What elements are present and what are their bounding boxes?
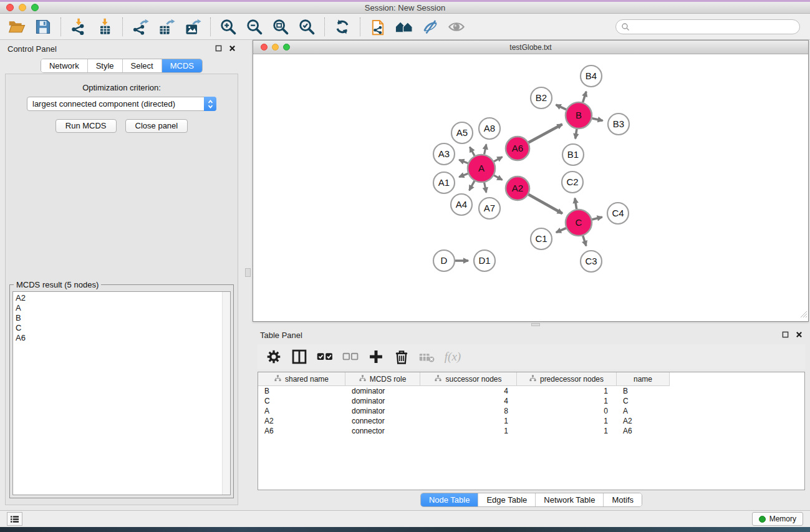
column-header-successor-nodes[interactable]: successor nodes [420,372,517,386]
graph-node-A4[interactable]: A4 [451,194,472,215]
table-row[interactable]: A2connector11A2 [258,416,804,426]
graph-node-C3[interactable]: C3 [581,251,602,272]
tab-network-table[interactable]: Network Table [535,493,603,506]
run-mcds-button[interactable]: Run MCDS [55,119,117,133]
tab-network[interactable]: Network [41,59,87,72]
graph-node-C2[interactable]: C2 [562,172,583,193]
graph-edge-C-C4[interactable] [592,217,602,220]
tab-edge-table[interactable]: Edge Table [478,493,535,506]
graph-node-A8[interactable]: A8 [479,118,500,139]
graph-node-B[interactable]: B [566,102,592,128]
zoom-selected-icon[interactable] [295,16,319,37]
close-panel-icon[interactable] [229,43,236,54]
graph-edge-A2-C[interactable] [528,195,562,214]
splitter-grip[interactable] [531,323,540,326]
zoom-fit-icon[interactable] [269,16,292,37]
graph-edge-A-A4[interactable] [470,181,475,190]
close-panel-icon[interactable] [796,329,803,341]
graph-node-B1[interactable]: B1 [562,144,584,165]
graph-node-D[interactable]: D [433,250,455,271]
graph-node-B4[interactable]: B4 [581,65,602,87]
graph-edge-A-A7[interactable] [485,183,486,193]
mcds-result-item[interactable]: B [13,313,230,323]
column-header-name[interactable]: name [617,372,670,386]
hide-details-icon[interactable] [418,16,442,37]
graph-edge-A-A8[interactable] [485,144,486,154]
graph-edge-C-C2[interactable] [575,198,577,210]
refresh-layout-icon[interactable] [330,16,354,37]
graph-node-C1[interactable]: C1 [531,228,552,249]
import-network-icon[interactable] [67,16,90,37]
tab-node-table[interactable]: Node Table [421,493,478,506]
minimize-button[interactable] [272,44,279,51]
graph-edge-A-A5[interactable] [470,147,475,156]
zoom-button[interactable] [283,44,290,51]
graph-node-D1[interactable]: D1 [474,250,495,271]
network-annotation-icon[interactable] [366,16,390,37]
column-header-mcds-role[interactable]: MCDS role [345,372,420,386]
criterion-select[interactable]: largest connected component (directed) [27,97,216,111]
settings-gear-icon[interactable] [265,348,282,365]
graph-node-A6[interactable]: A6 [506,137,529,160]
graph-edge-B-B2[interactable] [556,105,567,110]
graph-edge-A6-B[interactable] [529,124,562,142]
column-header-predecessor-nodes[interactable]: predecessor nodes [517,372,617,386]
table-row[interactable]: A6connector11A6 [258,426,804,436]
column-header-shared-name[interactable]: shared name [258,372,345,386]
tab-select[interactable]: Select [122,59,162,72]
close-panel-button[interactable]: Close panel [125,119,188,133]
splitter-grip[interactable] [245,268,251,277]
memory-button[interactable]: Memory [752,512,803,526]
minimize-button[interactable] [19,4,26,11]
graph-node-A3[interactable]: A3 [433,143,455,165]
graph-edge-A-A1[interactable] [459,173,468,177]
vertical-splitter[interactable] [243,40,253,510]
tab-motifs[interactable]: Motifs [603,493,642,506]
graph-edge-B-B1[interactable] [576,129,577,138]
table-row[interactable]: Bdominator41B [258,386,804,396]
select-all-icon[interactable] [316,348,334,365]
delete-row-icon[interactable] [393,348,410,365]
add-row-icon[interactable] [367,348,385,365]
close-button[interactable] [6,4,14,11]
scrollbar-track[interactable] [222,292,230,495]
open-file-icon[interactable] [5,16,29,37]
zoom-out-icon[interactable] [243,16,266,37]
graph-node-B3[interactable]: B3 [608,114,629,135]
zoom-in-icon[interactable] [216,16,240,37]
graph-node-A5[interactable]: A5 [451,122,473,143]
graph-node-A2[interactable]: A2 [506,177,529,200]
graph-edge-A-A6[interactable] [494,157,502,162]
search-field[interactable] [615,19,800,34]
export-network-icon[interactable] [128,16,152,37]
save-session-icon[interactable] [31,16,55,37]
graph-edge-C-C1[interactable] [556,228,566,233]
mcds-result-item[interactable]: A6 [13,333,230,343]
home-icon[interactable] [392,16,416,37]
export-table-icon[interactable] [155,16,178,37]
export-image-icon[interactable] [181,16,205,37]
graph-node-B2[interactable]: B2 [531,87,552,109]
close-button[interactable] [261,44,268,51]
import-table-icon[interactable] [93,16,117,37]
graph-node-A[interactable]: A [468,155,495,182]
table-row[interactable]: Cdominator41C [258,396,804,406]
deselect-all-icon[interactable] [342,348,359,365]
graph-node-A1[interactable]: A1 [433,172,455,193]
float-panel-icon[interactable] [782,329,789,341]
mcds-result-item[interactable]: C [13,323,230,333]
graph-node-C[interactable]: C [566,210,592,236]
horizontal-splitter[interactable] [253,322,810,327]
resize-grip-icon[interactable] [799,309,808,321]
graph-edge-A-A2[interactable] [494,175,502,180]
float-panel-icon[interactable] [215,43,222,54]
mcds-result-item[interactable]: A2 [13,293,230,303]
tab-mcds[interactable]: MCDS [162,59,202,72]
graph-node-A7[interactable]: A7 [479,198,500,219]
search-input[interactable] [632,22,794,31]
show-panels-button[interactable] [7,512,22,526]
tab-style[interactable]: Style [87,59,122,72]
graph-node-C4[interactable]: C4 [607,203,629,224]
graph-edge-A-A3[interactable] [459,160,468,163]
eye-icon[interactable] [445,16,468,37]
